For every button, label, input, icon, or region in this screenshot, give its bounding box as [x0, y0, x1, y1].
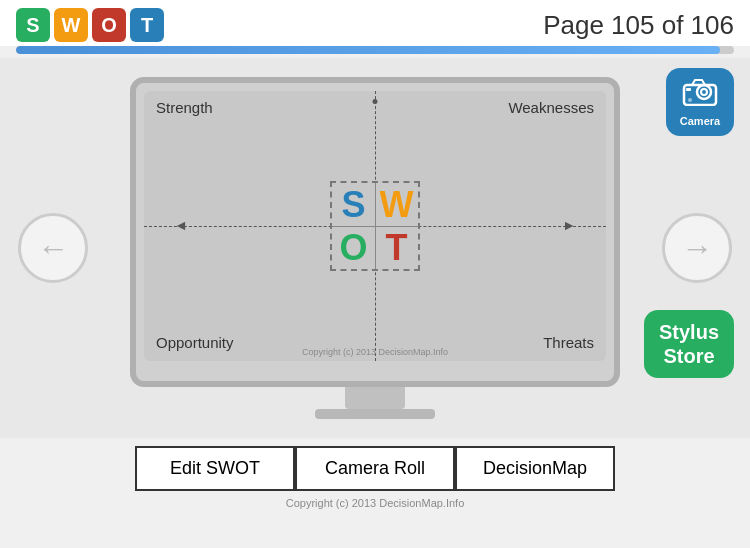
swot-letter-o: O — [332, 226, 375, 269]
svg-point-0 — [697, 85, 711, 99]
bottom-buttons-bar: Edit SWOT Camera Roll DecisionMap — [0, 438, 750, 495]
nav-left-button[interactable]: ← — [18, 213, 88, 283]
monitor-wrapper: Strength Weaknesses Opportunity Threats … — [130, 77, 620, 419]
page-number: Page 105 of 106 — [543, 10, 734, 41]
label-threats: Threats — [543, 334, 594, 351]
monitor-copyright: Copyright (c) 2013 DecisionMap.Info — [302, 347, 448, 357]
svg-rect-3 — [686, 88, 691, 91]
camera-roll-button[interactable]: Camera Roll — [295, 446, 455, 491]
label-opportunity: Opportunity — [156, 334, 234, 351]
camera-icon — [682, 78, 718, 113]
swot-center-box: S W O T — [330, 181, 420, 271]
footer-copyright: Copyright (c) 2013 DecisionMap.Info — [286, 497, 465, 509]
swot-letter-t: T — [375, 226, 418, 269]
label-weaknesses: Weaknesses — [508, 99, 594, 116]
footer: Copyright (c) 2013 DecisionMap.Info — [0, 495, 750, 511]
logo-t: T — [130, 8, 164, 42]
header: S W O T Page 105 of 106 — [0, 0, 750, 46]
monitor: Strength Weaknesses Opportunity Threats … — [130, 77, 620, 387]
svg-point-4 — [688, 98, 692, 102]
monitor-stand — [345, 387, 405, 409]
label-strength: Strength — [156, 99, 213, 116]
logo-o: O — [92, 8, 126, 42]
nav-right-button[interactable]: → — [662, 213, 732, 283]
left-arrow-icon: ← — [37, 230, 69, 267]
logo-s: S — [16, 8, 50, 42]
main-area: ← Strength Weaknesses Opportunity Threat… — [0, 58, 750, 438]
svg-point-1 — [701, 89, 707, 95]
right-arrow-icon: → — [681, 230, 713, 267]
stylus-store-button[interactable]: StylusStore — [644, 310, 734, 378]
swot-grid: Strength Weaknesses Opportunity Threats … — [144, 91, 606, 361]
progress-bar-fill — [16, 46, 720, 54]
edit-swot-button[interactable]: Edit SWOT — [135, 446, 295, 491]
logo: S W O T — [16, 8, 164, 42]
stylus-store-label: StylusStore — [659, 320, 719, 368]
swot-letter-s: S — [332, 183, 375, 226]
progress-bar-container — [16, 46, 734, 54]
logo-w: W — [54, 8, 88, 42]
center-h-divider — [332, 226, 418, 227]
monitor-base — [315, 409, 435, 419]
camera-button[interactable]: Camera — [666, 68, 734, 136]
decision-map-button[interactable]: DecisionMap — [455, 446, 615, 491]
camera-button-label: Camera — [680, 115, 720, 127]
monitor-screen: Strength Weaknesses Opportunity Threats … — [144, 91, 606, 361]
swot-letter-w: W — [375, 183, 418, 226]
